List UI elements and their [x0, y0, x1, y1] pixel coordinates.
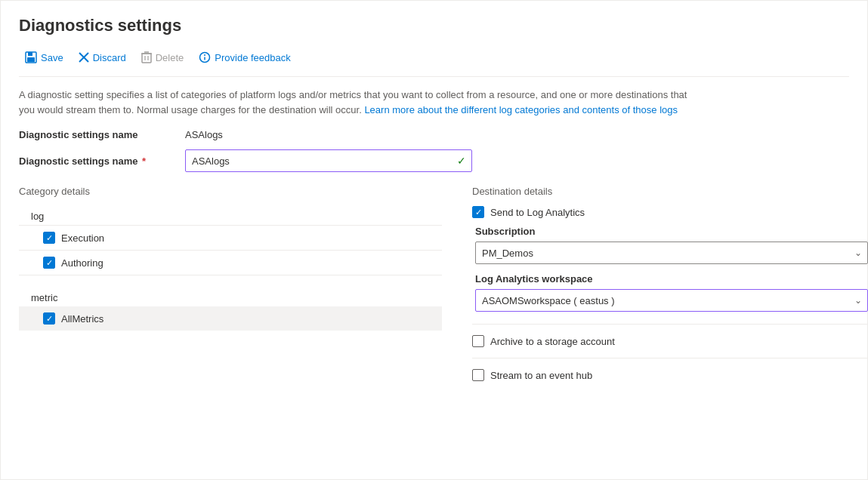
subscription-select[interactable]: PM_Demos: [475, 242, 868, 264]
authoring-checkbox[interactable]: [43, 257, 55, 269]
name-readonly-label: Diagnostic settings name: [19, 129, 185, 140]
description-text: A diagnostic setting specifies a list of…: [19, 88, 699, 117]
eventhub-label: Stream to an event hub: [490, 370, 592, 381]
discard-label: Discard: [93, 52, 126, 63]
log-analytics-item: Send to Log Analytics: [472, 206, 868, 218]
log-group-label: log: [19, 206, 442, 225]
svg-rect-2: [27, 57, 35, 62]
storage-checkbox[interactable]: [472, 335, 484, 347]
name-required-label: Diagnostic settings name *: [19, 155, 185, 167]
learn-more-link[interactable]: Learn more about the different log categ…: [364, 104, 678, 115]
execution-checkbox[interactable]: [43, 232, 55, 244]
toolbar: Save Discard Delete: [19, 48, 849, 77]
log-analytics-label: Send to Log Analytics: [490, 207, 585, 218]
metric-group-label: metric: [19, 288, 442, 306]
delete-button[interactable]: Delete: [135, 48, 190, 67]
save-button[interactable]: Save: [19, 48, 70, 67]
subscription-select-wrapper: PM_Demos ⌄: [475, 242, 868, 264]
metric-group: metric AllMetrics: [19, 288, 442, 331]
delete-icon: [141, 51, 152, 63]
name-input[interactable]: [185, 149, 472, 172]
discard-icon: [79, 52, 89, 63]
required-star: *: [139, 155, 146, 167]
feedback-icon: [199, 51, 211, 63]
authoring-item: Authoring: [19, 251, 442, 275]
log-group: log Execution Authoring: [19, 206, 442, 275]
storage-item: Archive to a storage account: [472, 335, 868, 347]
execution-label: Execution: [61, 232, 104, 244]
storage-label: Archive to a storage account: [490, 336, 615, 347]
eventhub-checkbox[interactable]: [472, 369, 484, 381]
log-analytics-section: Send to Log Analytics Subscription PM_De…: [472, 206, 868, 312]
workspace-select[interactable]: ASAOMSworkspace ( eastus ): [475, 289, 868, 312]
execution-item: Execution: [19, 226, 442, 251]
save-label: Save: [41, 52, 63, 63]
category-details-label: Category details: [19, 186, 442, 197]
allmetrics-item: AllMetrics: [19, 306, 442, 331]
feedback-label: Provide feedback: [215, 52, 290, 63]
allmetrics-checkbox[interactable]: [43, 312, 55, 325]
subscription-label: Subscription: [475, 226, 868, 237]
page-container: Diagnostics settings Save Discard: [0, 0, 868, 480]
discard-button[interactable]: Discard: [73, 48, 132, 67]
eventhub-item: Stream to an event hub: [472, 369, 868, 381]
svg-rect-5: [142, 54, 151, 63]
allmetrics-label: AllMetrics: [61, 313, 103, 325]
delete-label: Delete: [156, 52, 184, 63]
save-icon: [25, 51, 37, 63]
log-analytics-sub: Subscription PM_Demos ⌄ Log Analytics wo…: [472, 226, 868, 312]
content-area: Category details log Execution Authoring…: [19, 186, 849, 384]
log-analytics-checkbox[interactable]: [472, 206, 484, 218]
svg-point-11: [204, 54, 205, 56]
workspace-label: Log Analytics workspace: [475, 273, 868, 285]
right-panel: Destination details Send to Log Analytic…: [472, 186, 868, 384]
name-readonly-row: Diagnostic settings name ASAlogs: [19, 129, 849, 140]
name-readonly-value: ASAlogs: [185, 129, 223, 140]
svg-rect-1: [28, 52, 32, 56]
destination-details-label: Destination details: [472, 186, 868, 197]
name-input-row: Diagnostic settings name * ✓: [19, 149, 849, 172]
authoring-label: Authoring: [61, 257, 103, 269]
page-title: Diagnostics settings: [19, 16, 849, 35]
dest-separator-1: [472, 324, 868, 325]
checkmark-icon: ✓: [457, 155, 466, 167]
name-input-wrapper: ✓: [185, 149, 472, 172]
dest-separator-2: [472, 358, 868, 358]
left-panel: Category details log Execution Authoring…: [19, 186, 442, 384]
workspace-select-wrapper: ASAOMSworkspace ( eastus ) ⌄: [475, 289, 868, 312]
feedback-button[interactable]: Provide feedback: [193, 48, 296, 67]
